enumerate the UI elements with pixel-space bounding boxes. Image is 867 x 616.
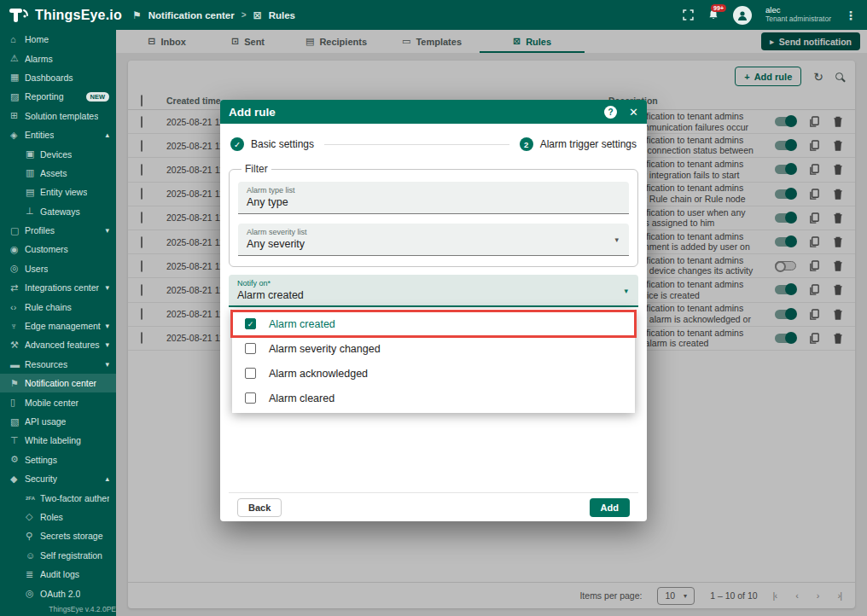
step-basic-settings[interactable]: ✓ Basic settings	[230, 137, 314, 151]
help-icon[interactable]: ?	[604, 106, 617, 119]
sidebar-item-label: Secrets storage	[40, 531, 103, 541]
sidebar-item-label: Self registration	[40, 550, 102, 561]
sidebar-item[interactable]: ⊞ Solution templates	[0, 107, 116, 125]
sidebar-item-label: White labeling	[25, 435, 81, 445]
reporting-icon: ▨	[10, 91, 25, 102]
option-checkbox[interactable]	[245, 392, 256, 404]
sidebar-item-label: Security	[25, 474, 57, 484]
breadcrumb-section[interactable]: Notification center	[148, 10, 235, 20]
sidebar-item[interactable]: ▤ Entity views	[0, 183, 116, 201]
sidebar-item[interactable]: ▣ Devices	[0, 144, 116, 163]
chevron-icon: ▴	[105, 474, 109, 483]
chevron-icon: ▾	[105, 226, 109, 235]
white-labeling-icon: ⊤	[10, 435, 25, 446]
solution-templates-icon: ⊞	[10, 110, 25, 121]
sidebar-item[interactable]: ◎ OAuth 2.0	[0, 584, 116, 602]
notify-on-option[interactable]: Alarm acknowledged	[232, 361, 635, 386]
sidebar-item[interactable]: ⊤ White labeling	[0, 431, 116, 450]
sidebar-item[interactable]: 2FA Two-factor authenticati...	[0, 488, 116, 507]
fullscreen-icon[interactable]	[683, 9, 694, 20]
alarm-severity-list-label: Alarm severity list	[247, 228, 620, 236]
sidebar-item-label: Reporting	[25, 91, 64, 102]
sidebar-item[interactable]: ‹› Rule chains	[0, 297, 116, 316]
sidebar-item[interactable]: ▨ Reporting NEW	[0, 87, 116, 106]
sidebar-item[interactable]: ♆ Edge management ▾	[0, 317, 116, 335]
filter-legend: Filter	[241, 163, 271, 175]
sidebar-item[interactable]: ◈ Entities ▴	[0, 125, 116, 144]
stepper: ✓ Basic settings 2 Alarm trigger setting…	[230, 137, 637, 151]
close-icon[interactable]: ✕	[629, 106, 638, 119]
sidebar-item[interactable]: ▢ Profiles ▾	[0, 221, 116, 240]
sidebar-item[interactable]: ⚒ Advanced features ▾	[0, 335, 116, 354]
option-checkbox[interactable]: ✓	[245, 318, 256, 329]
option-checkbox[interactable]	[245, 343, 256, 354]
sidebar-item-label: OAuth 2.0	[40, 589, 80, 599]
add-button[interactable]: Add	[590, 498, 630, 517]
sidebar-item-label: Assets	[40, 168, 67, 178]
notify-on-dropdown-panel: ✓ Alarm created Alarm severity changed A…	[232, 309, 635, 413]
app-root: ThingsEye.io ⚑ Notification center > ⊠ R…	[0, 0, 867, 616]
notify-on-option[interactable]: ✓ Alarm created	[232, 311, 635, 336]
sidebar-item-label: Settings	[25, 455, 57, 465]
notification-count-badge: 99+	[711, 4, 726, 12]
alarms-icon: ⚠	[10, 53, 25, 64]
option-label: Alarm cleared	[269, 392, 335, 404]
sidebar-item[interactable]: ▦ Dashboards	[0, 68, 116, 87]
sidebar-item-label: Mobile center	[25, 398, 79, 408]
sidebar-item-label: Integrations center	[25, 282, 99, 293]
avatar[interactable]	[733, 6, 752, 25]
sidebar-item-label: Resources	[25, 359, 67, 369]
alarm-severity-list-field[interactable]: Alarm severity list Any severity ▾	[238, 224, 629, 256]
sidebar-item[interactable]: ▥ Assets	[0, 164, 116, 183]
sidebar-item-label: API usage	[25, 416, 66, 427]
sidebar-item[interactable]: ◆ Security ▴	[0, 469, 116, 488]
audit-logs-icon: ≣	[26, 569, 40, 580]
notify-on-field[interactable]: Notify on* Alarm created ▾	[229, 275, 638, 307]
sidebar-item[interactable]: ⊥ Gateways	[0, 202, 116, 221]
sidebar-item[interactable]: ⇄ Integrations center ▾	[0, 278, 116, 297]
step-alarm-trigger-settings[interactable]: 2 Alarm trigger settings	[520, 137, 637, 151]
mobile-center-icon: ▯	[10, 397, 25, 408]
sidebar-item[interactable]: ▧ API usage	[0, 412, 116, 431]
sidebar-item[interactable]: ☺ Self registration	[0, 546, 116, 565]
sidebar-item[interactable]: ◎ Users	[0, 259, 116, 278]
sidebar-item-label: Devices	[40, 149, 72, 160]
back-button[interactable]: Back	[237, 498, 282, 517]
alarm-type-list-field[interactable]: Alarm type list Any type	[238, 182, 629, 214]
notifications-bell-icon[interactable]: 99+	[707, 9, 719, 21]
add-rule-dialog: Add rule ? ✕ ✓ Basic settings 2 Alarm tr…	[220, 100, 647, 521]
sidebar-item[interactable]: ◉ Customers	[0, 240, 116, 259]
dialog-body: ✓ Basic settings 2 Alarm trigger setting…	[220, 124, 647, 521]
breadcrumb-separator: >	[241, 10, 247, 20]
chevron-icon: ▾	[105, 283, 109, 292]
sidebar-item[interactable]: ▬ Resources ▾	[0, 355, 116, 374]
sidebar-item[interactable]: ◇ Roles	[0, 508, 116, 526]
app-title: ThingsEye.io	[35, 8, 122, 23]
sidebar-item-label: Roles	[40, 512, 63, 522]
gateways-icon: ⊥	[26, 206, 40, 217]
notify-on-option[interactable]: Alarm cleared	[232, 386, 635, 410]
profiles-icon: ▢	[10, 225, 25, 236]
step-done-check-icon: ✓	[230, 137, 244, 151]
sidebar-item[interactable]: ⌂ Home	[0, 30, 116, 49]
sidebar-item-label: Solution templates	[25, 111, 98, 121]
chevron-icon: ▾	[105, 360, 109, 369]
sidebar-item[interactable]: ⚠ Alarms	[0, 49, 116, 67]
thingseye-logo[interactable]: ThingsEye.io	[9, 7, 128, 24]
dialog-footer: Back Add	[229, 492, 638, 521]
sidebar-item[interactable]: ⚑ Notification center	[0, 374, 116, 392]
devices-icon: ▣	[26, 148, 40, 160]
notify-on-option[interactable]: Alarm severity changed	[232, 336, 635, 361]
kebab-menu-icon[interactable]: ⋮	[845, 9, 857, 22]
sidebar-item[interactable]: ⚲ Secrets storage	[0, 526, 116, 545]
rules-icon: ⊠	[253, 9, 262, 21]
sidebar-item[interactable]: ≣ Audit logs	[0, 565, 116, 584]
user-role: Tenant administrator	[765, 15, 831, 24]
option-checkbox[interactable]	[245, 368, 256, 379]
sidebar-item[interactable]: ▯ Mobile center	[0, 392, 116, 411]
step-trigger-label: Alarm trigger settings	[540, 138, 637, 150]
sidebar-item[interactable]: ⚙ Settings	[0, 450, 116, 469]
user-info: alec Tenant administrator	[765, 6, 831, 24]
advanced-features-icon: ⚒	[10, 340, 25, 351]
sidebar-item-label: Entities	[25, 130, 54, 140]
